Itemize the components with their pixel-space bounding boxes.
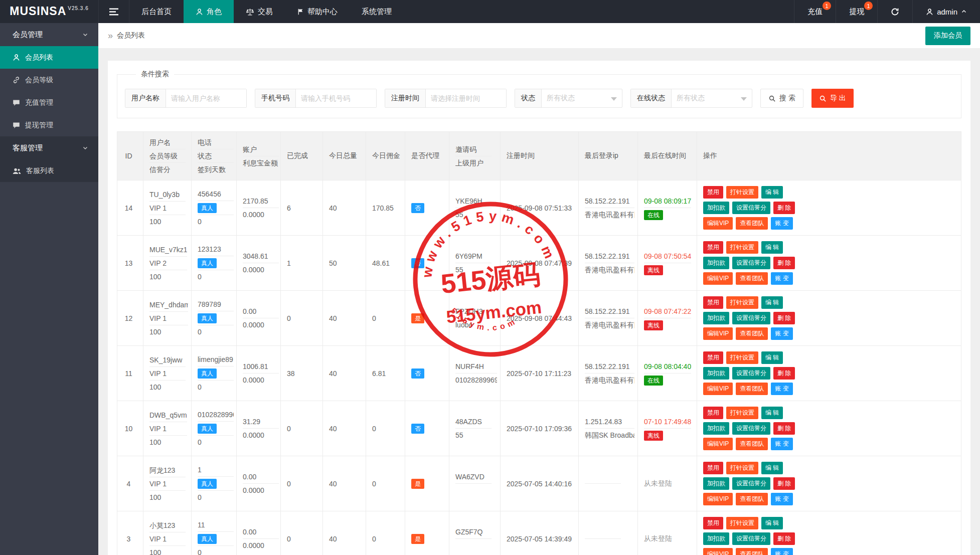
disable-button[interactable]: 禁用 (703, 186, 723, 199)
edit-vip-button[interactable]: 编辑VIP (703, 548, 733, 555)
disable-button[interactable]: 禁用 (703, 241, 723, 254)
nav-item-role[interactable]: 角色 (184, 0, 234, 23)
status-select[interactable]: 所有状态 (542, 89, 622, 107)
disable-button[interactable]: 禁用 (703, 517, 723, 529)
injection-settings-button[interactable]: 打针设置 (726, 186, 758, 199)
nav-item-trade[interactable]: 交易 (234, 0, 285, 23)
adjust-balance-button[interactable]: 加扣款 (703, 312, 729, 324)
view-team-button[interactable]: 查看团队 (736, 493, 768, 505)
stack-line: 0.0000 (243, 484, 279, 497)
account-change-button[interactable]: 账 变 (771, 493, 792, 505)
regtime-input[interactable] (426, 89, 506, 107)
nav-item-home[interactable]: 后台首页 (129, 0, 184, 23)
injection-settings-button[interactable]: 打针设置 (726, 296, 758, 309)
online-status-select[interactable]: 所有状态 (672, 89, 752, 107)
adjust-balance-button[interactable]: 加扣款 (703, 202, 729, 214)
export-button[interactable]: 导 出 (811, 89, 854, 108)
disable-button[interactable]: 禁用 (703, 351, 723, 364)
hamburger-menu-icon[interactable] (98, 0, 129, 23)
edit-vip-button[interactable]: 编辑VIP (703, 383, 733, 395)
edit-button[interactable]: 编 辑 (761, 186, 783, 199)
edit-vip-button[interactable]: 编辑VIP (703, 327, 733, 340)
edit-button[interactable]: 编 辑 (761, 517, 783, 529)
delete-button[interactable]: 删 除 (773, 257, 795, 269)
injection-settings-button[interactable]: 打针设置 (726, 407, 758, 419)
view-team-button[interactable]: 查看团队 (736, 327, 768, 340)
set-credit-button[interactable]: 设置信誉分 (732, 367, 770, 380)
disable-button[interactable]: 禁用 (703, 296, 723, 309)
edit-button[interactable]: 编 辑 (761, 351, 783, 364)
cell-actions: 禁用打针设置编 辑加扣款设置信誉分删 除编辑VIP查看团队账 变 (697, 291, 961, 346)
set-credit-button[interactable]: 设置信誉分 (732, 422, 770, 435)
disable-button[interactable]: 禁用 (703, 407, 723, 419)
sidebar-item-label: 会员等级 (25, 76, 53, 85)
cell-last-ip: 58.152.22.191香港电讯盈科有限 (579, 291, 638, 346)
username-input[interactable] (166, 89, 246, 107)
set-credit-button[interactable]: 设置信誉分 (732, 477, 770, 490)
account-change-button[interactable]: 账 变 (771, 217, 792, 230)
sidebar-group-header-member-management[interactable]: 会员管理 (0, 23, 98, 46)
user-menu[interactable]: admin (912, 0, 980, 23)
action-button-line: 禁用打针设置编 辑 (703, 295, 958, 310)
edit-button[interactable]: 编 辑 (761, 241, 783, 254)
injection-settings-button[interactable]: 打针设置 (726, 351, 758, 364)
edit-vip-button[interactable]: 编辑VIP (703, 493, 733, 505)
sidebar-item-service-list[interactable]: 客服列表 (0, 159, 98, 182)
delete-button[interactable]: 删 除 (773, 367, 795, 380)
account-change-button[interactable]: 账 变 (771, 327, 792, 340)
sidebar-item-member-list[interactable]: 会员列表 (0, 46, 98, 69)
sidebar-group-header-service-management[interactable]: 客服管理 (0, 136, 98, 159)
adjust-balance-button[interactable]: 加扣款 (703, 367, 729, 380)
stacked-cell: 456456真人0 (198, 188, 234, 228)
injection-settings-button[interactable]: 打针设置 (726, 241, 758, 254)
set-credit-button[interactable]: 设置信誉分 (732, 202, 770, 214)
edit-button[interactable]: 编 辑 (761, 296, 783, 309)
view-team-button[interactable]: 查看团队 (736, 438, 768, 450)
recharge-nav-item[interactable]: 充值 1 (794, 0, 836, 23)
delete-button[interactable]: 删 除 (773, 202, 795, 214)
nav-item-system[interactable]: 系统管理 (350, 0, 404, 23)
delete-button[interactable]: 删 除 (773, 422, 795, 435)
cell-today-total: 50 (323, 236, 366, 291)
edit-vip-button[interactable]: 编辑VIP (703, 272, 733, 285)
view-team-button[interactable]: 查看团队 (736, 272, 768, 285)
agent-badge: 否 (411, 424, 424, 434)
sidebar-item-member-level[interactable]: 会员等级 (0, 69, 98, 91)
delete-button[interactable]: 删 除 (773, 312, 795, 324)
account-change-button[interactable]: 账 变 (771, 548, 792, 555)
search-button[interactable]: 搜 索 (760, 89, 803, 108)
account-change-button[interactable]: 账 变 (771, 438, 792, 450)
account-change-button[interactable]: 账 变 (771, 272, 792, 285)
withdraw-nav-item[interactable]: 提现 1 (836, 0, 877, 23)
stack-line: 58.152.22.191 (585, 305, 634, 318)
sidebar-item-withdraw-management[interactable]: 提现管理 (0, 114, 98, 136)
delete-button[interactable]: 删 除 (773, 532, 795, 545)
view-team-button[interactable]: 查看团队 (736, 383, 768, 395)
logo[interactable]: MUSINSAV25.3.6 (0, 0, 98, 23)
action-button-line: 加扣款设置信誉分删 除 (703, 255, 958, 271)
set-credit-button[interactable]: 设置信誉分 (732, 532, 770, 545)
edit-vip-button[interactable]: 编辑VIP (703, 438, 733, 450)
refresh-button[interactable] (877, 0, 912, 23)
edit-vip-button[interactable]: 编辑VIP (703, 217, 733, 230)
adjust-balance-button[interactable]: 加扣款 (703, 257, 729, 269)
user-icon (13, 54, 20, 61)
disable-button[interactable]: 禁用 (703, 462, 723, 474)
adjust-balance-button[interactable]: 加扣款 (703, 477, 729, 490)
edit-button[interactable]: 编 辑 (761, 407, 783, 419)
account-change-button[interactable]: 账 变 (771, 383, 792, 395)
adjust-balance-button[interactable]: 加扣款 (703, 532, 729, 545)
injection-settings-button[interactable]: 打针设置 (726, 462, 758, 474)
nav-item-help-center[interactable]: 帮助中心 (285, 0, 350, 23)
view-team-button[interactable]: 查看团队 (736, 217, 768, 230)
set-credit-button[interactable]: 设置信誉分 (732, 257, 770, 269)
delete-button[interactable]: 删 除 (773, 477, 795, 490)
view-team-button[interactable]: 查看团队 (736, 548, 768, 555)
phone-input[interactable] (296, 89, 376, 107)
add-member-button[interactable]: 添加会员 (925, 27, 970, 45)
set-credit-button[interactable]: 设置信誉分 (732, 312, 770, 324)
sidebar-item-recharge-management[interactable]: 充值管理 (0, 91, 98, 114)
adjust-balance-button[interactable]: 加扣款 (703, 422, 729, 435)
edit-button[interactable]: 编 辑 (761, 462, 783, 474)
injection-settings-button[interactable]: 打针设置 (726, 517, 758, 529)
